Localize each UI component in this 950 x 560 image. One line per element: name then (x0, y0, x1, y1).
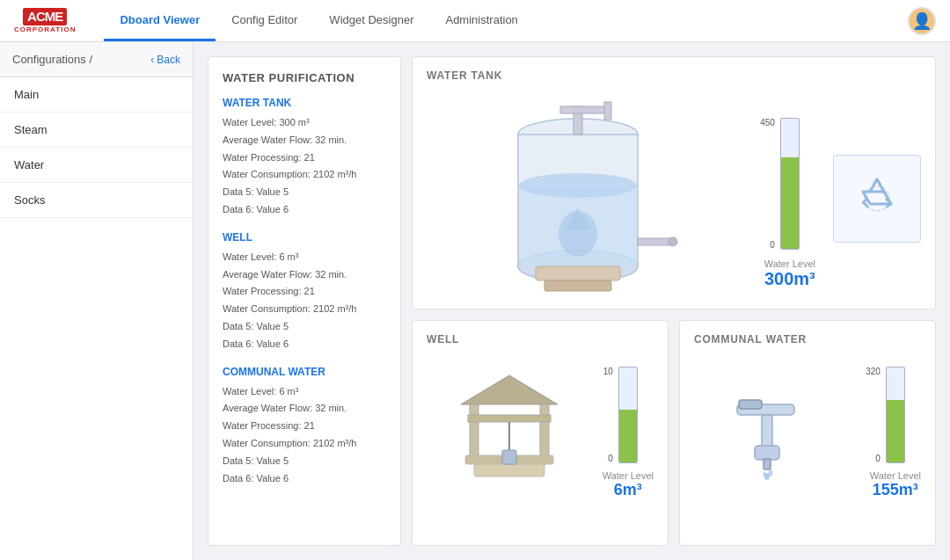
sidebar-item-steam[interactable]: Steam (0, 113, 193, 148)
sidebar-header: Configurations / ‹ Back (0, 42, 193, 77)
top-nav: ACME CORPORATION Dboard Viewer Config Ed… (0, 0, 950, 42)
main-layout: Configurations / ‹ Back Main Steam Water… (0, 42, 950, 560)
water-purification-panel: WATER PURIFICATION WATER TANK Water Leve… (208, 56, 401, 546)
svg-rect-13 (544, 280, 611, 291)
svg-marker-15 (461, 375, 558, 404)
bottom-widgets-row: WELL (412, 320, 936, 547)
svg-point-11 (669, 237, 677, 246)
widget-communal-title: COMMUNAL WATER (694, 333, 921, 345)
sidebar-header-label: Configurations / (12, 53, 92, 66)
svg-rect-16 (470, 404, 479, 462)
communal-gauge: 320 0 Water Level 155m³ (870, 358, 921, 499)
logo-corp: CORPORATION (14, 25, 76, 33)
water-tank-data: Water Level: 300 m³ Average Water Flow: … (223, 114, 386, 219)
widget-communal-water: COMMUNAL WATER (679, 320, 936, 547)
widget-well: WELL (412, 320, 669, 547)
water-tank-gauge: 450 0 Water Level 300m³ (764, 109, 815, 289)
tab-admin[interactable]: Administration (429, 1, 533, 41)
svg-rect-17 (540, 404, 549, 462)
right-area: WATER TANK (412, 56, 936, 546)
water-level-label: Water Level (764, 258, 815, 269)
widget-well-title: WELL (427, 333, 654, 345)
sidebar-item-main[interactable]: Main (0, 77, 193, 113)
logo-acme: ACME (23, 8, 67, 26)
recycle-icon (851, 172, 903, 225)
communal-level-value: 155m³ (870, 481, 921, 499)
gauge-max-label: 450 (760, 118, 775, 127)
widget-water-tank-title: WATER TANK (427, 69, 921, 82)
widget-water-tank: WATER TANK (412, 56, 936, 309)
svg-point-4 (519, 173, 637, 198)
recycle-icon-box (833, 155, 921, 243)
avatar[interactable]: 👤 (908, 7, 936, 35)
tab-widget[interactable]: Widget Designer (313, 1, 429, 41)
sidebar-item-socks[interactable]: Socks (0, 183, 193, 218)
svg-rect-24 (762, 415, 772, 450)
water-level-value: 300m³ (764, 269, 815, 289)
well-gauge: 10 0 Water Level 6m³ (603, 358, 654, 499)
nav-tabs: Dboard Viewer Config Editor Widget Desig… (104, 1, 533, 41)
communal-gauge-fill (887, 400, 904, 462)
section-title-communal-water[interactable]: COMMUNAL WATER (223, 366, 386, 378)
tab-dboard[interactable]: Dboard Viewer (104, 1, 216, 41)
section-title-water-tank[interactable]: WATER TANK (223, 97, 386, 109)
svg-rect-9 (604, 102, 611, 120)
well-level-label: Water Level (603, 470, 654, 481)
communal-water-illustration (720, 371, 834, 485)
well-data: Water Level: 6 m³ Average Water Flow: 32… (223, 249, 386, 353)
svg-rect-18 (468, 415, 551, 422)
logo: ACME CORPORATION (14, 8, 76, 34)
well-level-value: 6m³ (603, 481, 654, 499)
communal-water-data: Water Level: 6 m³ Average Water Flow: 32… (223, 383, 386, 488)
svg-point-29 (768, 470, 772, 476)
back-button[interactable]: ‹ Back (150, 54, 180, 66)
svg-point-30 (763, 471, 766, 476)
svg-rect-22 (502, 450, 516, 464)
section-title-well[interactable]: WELL (223, 231, 386, 244)
well-gauge-fill (619, 410, 637, 462)
svg-rect-12 (536, 266, 620, 280)
svg-rect-8 (560, 106, 609, 113)
tab-config[interactable]: Config Editor (216, 1, 313, 41)
water-tank-illustration (472, 98, 701, 300)
gauge-min-label: 0 (770, 240, 775, 250)
svg-rect-25 (755, 446, 779, 460)
sidebar-item-water[interactable]: Water (0, 148, 193, 183)
svg-rect-27 (739, 400, 762, 409)
well-illustration (452, 371, 566, 485)
content-area: WATER PURIFICATION WATER TANK Water Leve… (194, 42, 950, 560)
gauge-fill (781, 157, 799, 249)
panel-title: WATER PURIFICATION (223, 71, 386, 84)
svg-rect-10 (638, 238, 673, 245)
sidebar: Configurations / ‹ Back Main Steam Water… (0, 42, 194, 560)
communal-level-label: Water Level (870, 470, 921, 481)
svg-rect-26 (764, 459, 771, 469)
